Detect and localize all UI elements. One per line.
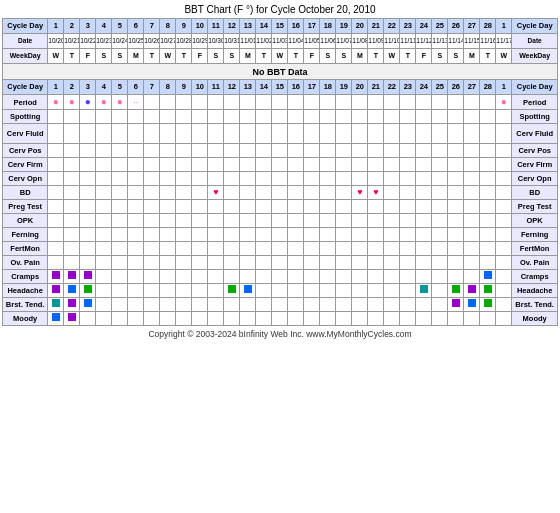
moody-sq-2	[68, 313, 76, 321]
period-dot-2: ●	[69, 96, 75, 107]
weekday-row: WeekDay W T F S S M T W T F S S M T W T …	[3, 49, 558, 64]
chart-title: BBT Chart (F °) for Cycle October 20, 20…	[2, 4, 558, 15]
headache-sq-24	[420, 285, 428, 293]
preg-test-row: Preg Test Preg Test	[3, 200, 558, 214]
fertmon-row: FertMon FertMon	[3, 242, 558, 256]
period-dot-4: ●	[101, 96, 107, 107]
main-container: BBT Chart (F °) for Cycle October 20, 20…	[0, 0, 560, 341]
cerv-opn-row: Cerv Opn Cerv Opn	[3, 172, 558, 186]
cerv-pos-row: Cerv Pos Cerv Pos	[3, 144, 558, 158]
footer: Copyright © 2003-2024 bInfinity Web Inc.…	[2, 329, 558, 339]
headache-sq-2	[68, 285, 76, 293]
brst-sq-28	[484, 299, 492, 307]
cycle-day-label: Cycle Day	[3, 19, 48, 34]
cycle-day-header-row-2: Cycle Day 1 2 3 4 5 6 7 8 9 10 11 12 13 …	[3, 80, 558, 95]
cycle-day-header-row: Cycle Day 1 2 3 4 5 6 7 8 9 10 11 12 13 …	[3, 19, 558, 34]
ferning-row: Ferning Ferning	[3, 228, 558, 242]
period-dot-1: ●	[53, 96, 59, 107]
headache-sq-1	[52, 285, 60, 293]
moody-sq-1	[52, 313, 60, 321]
headache-sq-28	[484, 285, 492, 293]
headache-row: Headache Headache	[3, 284, 558, 298]
bd-heart-21: ♥	[373, 187, 378, 197]
cycle-day-label-right: Cycle Day	[512, 19, 558, 34]
headache-sq-3	[84, 285, 92, 293]
headache-sq-27	[468, 285, 476, 293]
cramps-sq-2	[68, 271, 76, 279]
cramps-sq-3	[84, 271, 92, 279]
brst-sq-3	[84, 299, 92, 307]
period-dot-29: ●	[501, 96, 507, 107]
brst-tend-row: Brst. Tend. Brst. Tend.	[3, 298, 558, 312]
spotting-row: Spotting Spotting	[3, 110, 558, 124]
headache-sq-26	[452, 285, 460, 293]
brst-sq-26	[452, 299, 460, 307]
bd-heart-11: ♥	[213, 187, 218, 197]
moody-row: Moody Moody	[3, 312, 558, 326]
cerv-fluid-row: Cerv Fluid Cerv Fluid	[3, 124, 558, 144]
brst-sq-1	[52, 299, 60, 307]
bd-row: BD ♥ ♥ ♥ BD	[3, 186, 558, 200]
no-bbt-row: No BBT Data	[3, 64, 558, 80]
brst-sq-27	[468, 299, 476, 307]
cramps-row: Cramps Cramps	[3, 270, 558, 284]
bbt-chart-table: Cycle Day 1 2 3 4 5 6 7 8 9 10 11 12 13 …	[2, 18, 558, 326]
cerv-firm-row: Cerv Firm Cerv Firm	[3, 158, 558, 172]
date-row: Date 10/20 10/21 10/22 10/23 10/24 10/25…	[3, 34, 558, 49]
period-dot-5: ●	[117, 96, 123, 107]
headache-sq-12	[228, 285, 236, 293]
headache-sq-13	[244, 285, 252, 293]
period-row: Period ● ● ● ● ● ··	[3, 95, 558, 110]
ov-pain-row: Ov. Pain Ov. Pain	[3, 256, 558, 270]
cramps-sq-1	[52, 271, 60, 279]
cramps-sq-28	[484, 271, 492, 279]
bd-heart-20: ♥	[357, 187, 362, 197]
period-dot-3: ●	[85, 96, 91, 107]
opk-row: OPK OPK	[3, 214, 558, 228]
brst-sq-2	[68, 299, 76, 307]
period-dot-6: ··	[134, 98, 138, 107]
